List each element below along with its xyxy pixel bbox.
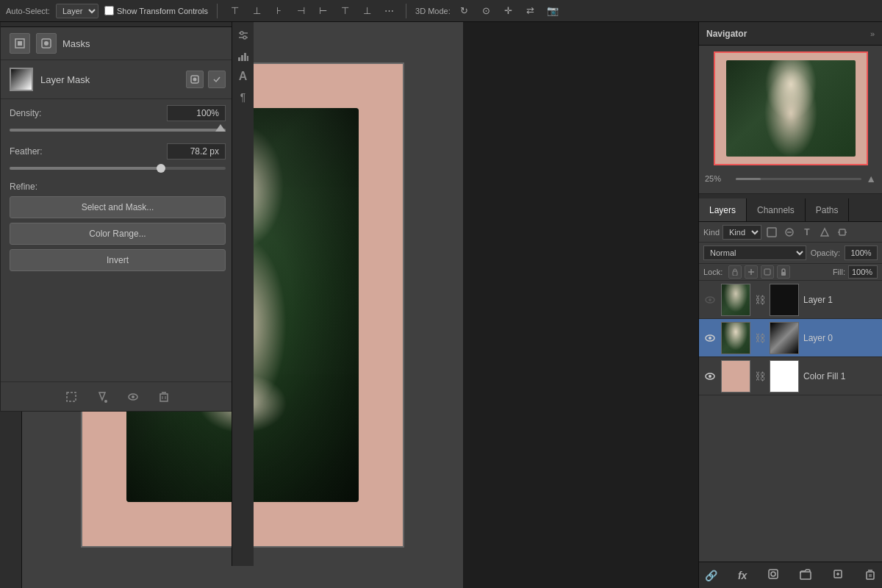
lock-position-btn[interactable] — [745, 265, 758, 279]
svg-rect-22 — [238, 57, 240, 61]
svg-point-5 — [193, 78, 197, 82]
histogram-btn[interactable] — [234, 47, 252, 65]
feather-value[interactable]: 78.2 px — [167, 143, 226, 159]
lock-label: Lock: — [703, 268, 723, 276]
svg-rect-6 — [67, 392, 76, 401]
fx-icon[interactable]: fx — [738, 570, 747, 581]
tab-layers[interactable]: Layers — [699, 198, 747, 221]
lock-artboard-btn[interactable] — [761, 265, 774, 279]
align-hcenter-btn[interactable]: ⊢ — [315, 3, 331, 19]
lock-pixels-btn[interactable] — [728, 265, 742, 279]
pan-3d-btn[interactable]: ✛ — [501, 3, 517, 19]
refine-label: Refine: — [10, 182, 54, 192]
align-right-btn[interactable]: ⊤ — [337, 3, 353, 19]
new-layer-icon[interactable] — [832, 568, 844, 582]
auto-select-label: Auto-Select: — [6, 7, 50, 15]
nav-zoom-row: 25% ▲ — [705, 170, 876, 187]
svg-point-20 — [240, 32, 243, 35]
layer-row-colorfill[interactable]: ⛓ Color Fill 1 — [699, 357, 882, 395]
pixel-filter-icon[interactable] — [764, 225, 779, 240]
auto-select-dropdown[interactable]: Layer — [56, 4, 98, 18]
toolbar-divider-2 — [406, 4, 406, 18]
vector-mask-btn[interactable] — [36, 33, 57, 54]
feather-slider-fill — [10, 167, 161, 170]
mask-options-btn[interactable] — [208, 71, 226, 88]
tab-paths[interactable]: Paths — [806, 198, 850, 221]
layer0-mask-thumbnail — [770, 322, 799, 354]
smart-filter-icon[interactable] — [835, 225, 850, 240]
svg-rect-26 — [767, 228, 776, 237]
density-slider-container — [1, 127, 234, 137]
text-filter-icon[interactable]: T — [800, 225, 814, 240]
new-group-icon[interactable] — [800, 568, 811, 582]
blend-mode-select[interactable]: Normal — [703, 245, 806, 260]
density-slider[interactable] — [10, 129, 226, 132]
rotate-3d-btn[interactable]: ↻ — [456, 3, 473, 19]
zoom-triangle-up[interactable]: ▲ — [866, 173, 876, 184]
feather-slider-thumb[interactable] — [157, 164, 165, 173]
pixel-mask-btn[interactable] — [10, 33, 30, 54]
adjustment-filter-icon[interactable] — [782, 225, 797, 240]
layers-kind-select[interactable]: Kind — [723, 225, 761, 240]
visibility-colorfill[interactable] — [703, 370, 717, 383]
opacity-value[interactable]: 100% — [845, 245, 878, 260]
feather-row: Feather: 78.2 px — [1, 137, 234, 165]
navigator-expand-icon[interactable]: » — [870, 29, 875, 38]
svg-rect-44 — [769, 570, 778, 578]
nav-thumb-photo — [726, 60, 856, 157]
color-range-btn[interactable]: Color Range... — [10, 223, 226, 245]
delete-layer-icon[interactable] — [864, 568, 876, 582]
selection-mode-btn[interactable] — [62, 387, 81, 406]
align-left-btn[interactable]: ⊣ — [293, 3, 309, 19]
colorfill-name: Color Fill 1 — [803, 371, 878, 381]
nav-zoom-slider[interactable] — [736, 178, 861, 180]
adjustments-btn[interactable] — [234, 26, 252, 44]
distribute-btn[interactable]: ⊥ — [359, 3, 375, 19]
layer-row-1[interactable]: ⛓ Layer 1 — [699, 281, 882, 319]
delete-mask-btn[interactable] — [154, 387, 173, 406]
fill-value[interactable]: 100% — [848, 265, 878, 279]
density-label: Density: — [10, 108, 54, 118]
kind-label: Kind — [703, 228, 720, 237]
paragraph-btn[interactable]: ¶ — [234, 88, 252, 106]
layer1-thumbnail — [721, 284, 750, 316]
layer0-thumbnail — [721, 322, 750, 354]
orbit-3d-btn[interactable]: ⊙ — [478, 3, 495, 19]
camera-3d-btn[interactable]: 📷 — [545, 3, 561, 19]
visibility-layer0[interactable] — [703, 331, 717, 345]
slide-3d-btn[interactable]: ⇄ — [523, 3, 539, 19]
feather-slider[interactable] — [10, 167, 226, 170]
more-options-btn[interactable]: ⋯ — [381, 3, 397, 19]
align-vcenter-btn[interactable]: ⊥ — [248, 3, 265, 19]
visibility-layer1[interactable] — [703, 293, 717, 306]
density-value[interactable]: 100% — [167, 105, 226, 121]
tab-channels[interactable]: Channels — [747, 198, 806, 221]
lock-all-btn[interactable] — [777, 265, 790, 279]
fill-label: Fill: — [833, 268, 845, 276]
link-layers-icon[interactable]: 🔗 — [705, 570, 717, 581]
text-btn[interactable]: A — [234, 68, 252, 85]
align-top-btn[interactable]: ⊤ — [226, 3, 243, 19]
show-transform-controls-checkbox[interactable]: Show Transform Controls — [104, 6, 208, 15]
sidebar-icon-strip: A ¶ — [232, 0, 254, 566]
align-bottom-btn[interactable]: ⊦ — [270, 3, 287, 19]
nav-thumb-figure — [726, 60, 856, 157]
svg-marker-29 — [821, 229, 828, 236]
select-and-mask-btn[interactable]: Select and Mask... — [10, 196, 226, 218]
shape-filter-icon[interactable] — [817, 225, 832, 240]
mask-apply-btn[interactable] — [186, 71, 204, 88]
paint-bucket-btn[interactable] — [93, 387, 112, 406]
invert-btn[interactable]: Invert — [10, 249, 226, 271]
svg-rect-33 — [733, 271, 737, 276]
density-slider-fill — [10, 129, 226, 132]
layers-tabs: Layers Channels Paths — [699, 198, 882, 222]
layer-mask-icons — [186, 71, 226, 88]
layer-row-0[interactable]: ⛓ Layer 0 — [699, 319, 882, 357]
add-mask-icon[interactable] — [767, 568, 779, 582]
layer1-chain-icon: ⛓ — [755, 294, 765, 306]
svg-rect-24 — [244, 53, 246, 61]
svg-rect-23 — [241, 55, 243, 61]
toolbar-divider-1 — [217, 4, 218, 18]
feather-label: Feather: — [10, 146, 54, 157]
visibility-btn[interactable] — [123, 387, 143, 406]
